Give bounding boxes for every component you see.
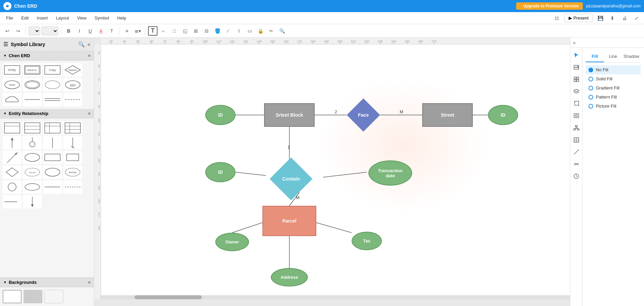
strikethrough-button[interactable]: T: [107, 26, 116, 36]
sym-multivalued[interactable]: [23, 78, 42, 91]
sym-cloud[interactable]: [3, 93, 22, 106]
font-family-select[interactable]: [29, 27, 40, 35]
node-face[interactable]: Face: [347, 103, 380, 127]
rp-layers-icon[interactable]: [571, 86, 582, 97]
er-header[interactable]: ▼ Entity Relationship ×: [0, 109, 94, 118]
rp-org-icon[interactable]: [571, 122, 582, 133]
align-option-button[interactable]: ≣▾: [133, 26, 142, 36]
menu-edit[interactable]: Edit: [18, 14, 32, 22]
sym-relationship[interactable]: Relation: [63, 63, 82, 77]
align-btn2[interactable]: ⊞: [191, 26, 201, 36]
node-id2[interactable]: ID: [488, 105, 518, 125]
fit-page-icon[interactable]: ⊡: [552, 13, 562, 23]
node-id3[interactable]: ID: [205, 162, 236, 182]
er-sym-dotted-ellipse[interactable]: sub attr: [23, 165, 42, 179]
settings-button[interactable]: ✂: [266, 26, 276, 36]
er-sym-rect2[interactable]: [63, 151, 82, 164]
rp-crop-icon[interactable]: [571, 98, 582, 109]
node-id1[interactable]: ID: [205, 105, 236, 125]
undo-button[interactable]: ↩: [3, 26, 12, 36]
upgrade-button[interactable]: Upgrade to Premium Version: [516, 2, 583, 10]
line-options-button[interactable]: ⌇: [234, 26, 244, 36]
lock-button[interactable]: 🔒: [256, 26, 265, 36]
er-sym-table3[interactable]: [43, 121, 62, 135]
sym-weak-entity[interactable]: Weak E.: [23, 63, 42, 77]
redo-button[interactable]: ↪: [13, 26, 23, 36]
rp-pointer-icon[interactable]: [571, 50, 582, 61]
backgrounds-close[interactable]: ×: [88, 280, 91, 285]
h-scrollbar[interactable]: [101, 295, 570, 299]
chen-erd-close[interactable]: ×: [88, 53, 91, 58]
rp-connector-icon[interactable]: [571, 147, 582, 157]
sym-copy[interactable]: Copy: [43, 63, 62, 77]
er-sym-diamond[interactable]: [3, 165, 22, 179]
collapse-right-icon[interactable]: »: [573, 40, 576, 45]
fill-color-button[interactable]: 🪣: [213, 26, 222, 36]
rp-image-icon[interactable]: [571, 62, 582, 73]
fill-option-gradient[interactable]: Gradient Fill: [586, 83, 641, 92]
align-left-button[interactable]: ≡: [122, 26, 132, 36]
node-contain[interactable]: Contain: [266, 162, 316, 196]
font-size-select[interactable]: [41, 27, 58, 35]
collapse-panel-icon[interactable]: «: [87, 41, 91, 47]
node-srteet-block[interactable]: Srteet Block: [264, 103, 315, 127]
underline-button[interactable]: U: [85, 26, 95, 36]
node-transaction-date[interactable]: Transactiondate: [368, 160, 412, 186]
er-sym-line-vert1[interactable]: [43, 136, 62, 149]
align-btn3[interactable]: ⊟: [202, 26, 211, 36]
border-options[interactable]: ▭: [245, 26, 254, 36]
sym-double-line[interactable]: [43, 93, 62, 106]
rp-photo-icon[interactable]: [571, 110, 582, 121]
italic-button[interactable]: I: [75, 26, 84, 36]
fill-option-picture[interactable]: Picture Fill: [586, 102, 641, 111]
menu-view[interactable]: View: [74, 14, 90, 22]
bg-light[interactable]: [44, 290, 63, 303]
print-icon[interactable]: 🖨: [620, 13, 629, 23]
er-sym-circle-line[interactable]: [23, 136, 42, 149]
callout-button[interactable]: ◱: [180, 26, 190, 36]
node-parcel[interactable]: Parcel: [262, 206, 316, 236]
sym-attribute[interactable]: Attrib: [3, 78, 22, 91]
node-street[interactable]: Street: [422, 103, 473, 127]
node-address[interactable]: Address: [271, 268, 308, 286]
rp-table-icon[interactable]: [571, 135, 582, 145]
font-color-button[interactable]: A: [96, 26, 106, 36]
sym-key-attr[interactable]: Attrib: [63, 78, 82, 91]
tab-fill[interactable]: Fill: [586, 51, 604, 62]
er-sym-arrow-down[interactable]: [23, 195, 42, 208]
er-sym-ellipse[interactable]: [23, 151, 42, 164]
menu-help[interactable]: Help: [114, 14, 130, 22]
er-sym-line-diag[interactable]: [3, 151, 22, 164]
right-panel-collapse[interactable]: »: [570, 38, 644, 48]
tab-shadow[interactable]: Shadow: [622, 51, 641, 62]
er-sym-table4[interactable]: [63, 121, 82, 135]
text-box-button[interactable]: T: [148, 26, 157, 36]
search-button[interactable]: 🔍: [277, 26, 287, 36]
sym-line[interactable]: [23, 93, 42, 106]
fill-option-no-fill[interactable]: No Fill: [586, 65, 641, 74]
sym-entity[interactable]: Entity: [3, 63, 22, 77]
rp-shuffle-icon[interactable]: [571, 159, 582, 169]
fill-option-pattern[interactable]: Pattern Fill: [586, 92, 641, 102]
er-sym-line-dots[interactable]: [3, 195, 22, 208]
bg-gray[interactable]: [24, 290, 42, 303]
rp-grid-icon[interactable]: [571, 74, 582, 85]
connector-button[interactable]: ⌐: [159, 26, 168, 36]
er-sym-table1[interactable]: [3, 121, 22, 135]
shape-button[interactable]: □: [170, 26, 179, 36]
er-sym-ellipse3[interactable]: [23, 180, 42, 194]
er-sym-ellipse2[interactable]: [43, 165, 62, 179]
er-sym-circle1[interactable]: [3, 180, 22, 194]
node-tax[interactable]: Tax: [352, 232, 382, 250]
menu-layout[interactable]: Layout: [52, 14, 72, 22]
node-owner[interactable]: Owner: [215, 233, 249, 251]
er-sym-line-h1[interactable]: [43, 180, 62, 194]
save-icon[interactable]: 💾: [596, 13, 605, 23]
menu-insert[interactable]: Insert: [33, 14, 51, 22]
bg-white[interactable]: [3, 290, 22, 303]
er-sym-table2[interactable]: [23, 121, 42, 135]
er-sym-line-dash[interactable]: [63, 180, 82, 194]
rp-history-icon[interactable]: [571, 171, 582, 182]
menu-file[interactable]: File: [3, 14, 16, 22]
er-sym-dotted-attr[interactable]: derived: [63, 165, 82, 179]
